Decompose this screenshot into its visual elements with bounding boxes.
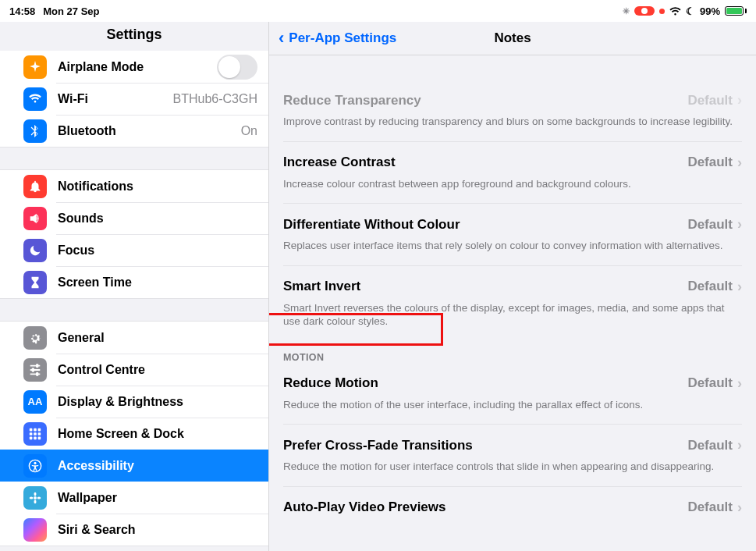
chevron-right-icon: › [737,375,742,392]
svg-point-15 [37,496,41,499]
setting-description: Replaces user interface items that rely … [283,233,742,266]
accessibility-icon [23,454,47,478]
sidebar-item-airplane[interactable]: Airplane Mode [0,51,268,83]
setting-description: Reduce the motion of the user interface,… [283,392,742,425]
setting-description: Reduce the motion for user interface con… [283,453,742,487]
settings-list[interactable]: Reduce Transparency Default › Improve co… [269,89,756,516]
setting-smart-invert[interactable]: Smart Invert Default › [283,266,742,295]
battery-icon [725,6,747,16]
sidebar-item-screentime[interactable]: Screen Time [0,266,268,298]
svg-rect-1 [34,428,37,431]
sliders-icon [23,358,47,382]
wifi-icon [669,7,681,16]
setting-description: Increase colour contrast between app for… [283,171,742,204]
svg-point-13 [34,499,36,503]
sidebar-item-wifi[interactable]: Wi-Fi BTHub6-C3GH [0,83,268,115]
wallpaper-label: Wallpaper [58,491,117,505]
sidebar-title: Settings [0,22,268,51]
chevron-right-icon: › [737,499,742,516]
loading-indicator-icon: ✳︎ [623,6,630,16]
screentime-label: Screen Time [58,276,132,290]
siri-label: Siri & Search [58,523,136,537]
svg-rect-0 [30,428,33,431]
svg-rect-3 [30,432,33,435]
setting-differentiate-colour[interactable]: Differentiate Without Colour Default › [283,204,742,233]
status-date: Mon 27 Sep [43,5,99,17]
text-size-icon: AA [23,390,47,414]
airplane-toggle[interactable] [217,55,257,80]
svg-point-14 [30,496,34,499]
grid-icon [23,422,47,446]
setting-increase-contrast[interactable]: Increase Contrast Default › [283,142,742,171]
sidebar-item-home-dock[interactable]: Home Screen & Dock [0,418,268,450]
recording-dot-icon [659,9,665,14]
sidebar-item-display[interactable]: AA Display & Brightness [0,386,268,418]
bluetooth-value: On [241,124,257,138]
setting-value: Default [687,93,733,108]
svg-rect-2 [38,428,41,431]
gear-icon [23,326,47,350]
dnd-moon-icon: ☾ [686,5,695,17]
screen-record-indicator[interactable] [634,6,655,16]
page-title: Notes [269,30,756,46]
notifications-label: Notifications [58,180,133,194]
svg-rect-7 [34,436,37,439]
airplane-icon [23,55,47,79]
chevron-right-icon: › [737,155,742,171]
svg-rect-6 [30,436,33,439]
status-time: 14:58 [9,5,35,17]
chevron-right-icon: › [737,279,742,295]
bluetooth-label: Bluetooth [58,124,116,138]
sidebar-item-bluetooth[interactable]: Bluetooth On [0,115,268,147]
sidebar-item-sounds[interactable]: Sounds [0,202,268,234]
siri-icon [23,518,47,542]
setting-value: Default [687,499,733,515]
sidebar-item-control-centre[interactable]: Control Centre [0,354,268,386]
wifi-value: BTHub6-C3GH [173,92,257,106]
setting-label: Auto-Play Video Previews [283,499,445,515]
svg-rect-8 [38,436,41,439]
settings-sidebar: Settings Airplane Mode Wi-Fi BTHub6-C3GH… [0,22,269,551]
chevron-right-icon: › [737,92,742,108]
setting-label: Prefer Cross-Fade Transitions [283,438,473,453]
sidebar-item-accessibility[interactable]: Accessibility [0,450,268,482]
airplane-label: Airplane Mode [58,60,144,74]
bell-icon [23,175,47,198]
svg-point-12 [34,492,36,496]
wifi-settings-icon [23,87,47,111]
sidebar-item-siri[interactable]: Siri & Search [0,514,268,546]
battery-percentage: 99% [700,5,720,17]
setting-label: Differentiate Without Colour [283,217,460,233]
display-label: Display & Brightness [58,395,183,409]
bluetooth-icon [23,119,47,143]
svg-rect-4 [34,432,37,435]
sidebar-item-general[interactable]: General [0,322,268,354]
accessibility-label: Accessibility [58,459,134,473]
setting-label: Smart Invert [283,279,360,294]
sidebar-item-focus[interactable]: Focus [0,234,268,266]
setting-reduce-motion[interactable]: Reduce Motion Default › [283,363,742,392]
setting-cross-fade[interactable]: Prefer Cross-Fade Transitions Default › [283,425,742,453]
control-centre-label: Control Centre [58,363,145,377]
general-label: General [58,331,105,345]
sidebar-item-notifications[interactable]: Notifications [0,170,268,202]
setting-description: Smart Invert reverses the colours of the… [283,295,742,341]
setting-value: Default [687,279,733,294]
setting-reduce-transparency[interactable]: Reduce Transparency Default › [283,89,742,108]
setting-label: Reduce Motion [283,375,378,391]
moon-icon [23,239,47,262]
wifi-label: Wi-Fi [58,92,88,106]
chevron-right-icon: › [737,437,742,453]
home-dock-label: Home Screen & Dock [58,427,184,441]
setting-value: Default [687,438,733,453]
focus-label: Focus [58,244,94,258]
speaker-icon [23,207,47,230]
section-header-motion: MOTION [283,341,742,363]
setting-description: Improve contrast by reducing transparenc… [283,108,742,142]
hourglass-icon [23,271,47,294]
setting-value: Default [687,155,733,170]
sidebar-item-wallpaper[interactable]: Wallpaper [0,482,268,514]
setting-label: Increase Contrast [283,155,396,170]
main-header: ‹ Per-App Settings Notes [269,22,756,55]
setting-autoplay-video[interactable]: Auto-Play Video Previews Default › [283,487,742,516]
